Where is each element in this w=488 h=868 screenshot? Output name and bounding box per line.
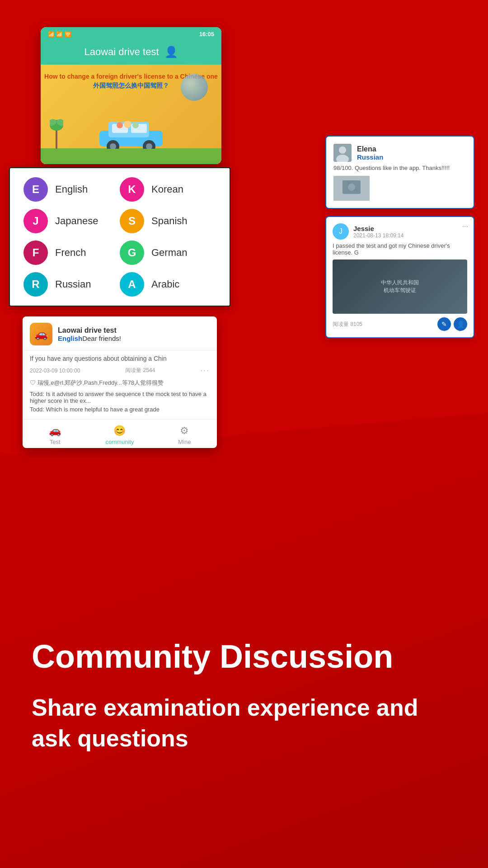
jessie-photo: 中华人民共和国机动车驾驶证 bbox=[333, 259, 467, 314]
jessie-name: Jessie bbox=[353, 225, 404, 232]
bottom-text-section: Community Discussion Share examination e… bbox=[18, 639, 470, 754]
label-english: English bbox=[55, 184, 88, 195]
community-subtitle: Share examination experience and ask que… bbox=[32, 693, 456, 754]
badge-korean: K bbox=[120, 177, 144, 202]
community-card: 🚗 Laowai drive test EnglishDear friends!… bbox=[23, 316, 217, 448]
community-card-header: 🚗 Laowai drive test EnglishDear friends! bbox=[23, 316, 217, 350]
label-korean: Korean bbox=[151, 184, 183, 195]
status-left: 📶 📶 🛜 bbox=[48, 31, 71, 38]
community-subtitle-dear: Dear friends! bbox=[82, 335, 121, 342]
profile-icon[interactable]: 👤 bbox=[164, 46, 178, 58]
lang-left-col: E English J Japanese F French R Russian bbox=[23, 177, 120, 297]
lang-german[interactable]: G German bbox=[120, 241, 216, 265]
community-body-text: If you have any questions about obtainin… bbox=[30, 355, 210, 362]
lang-spanish[interactable]: S Spanish bbox=[120, 209, 216, 233]
status-time: 16:05 bbox=[199, 31, 214, 38]
community-subtitle-english: English bbox=[58, 335, 82, 342]
label-french: French bbox=[55, 247, 86, 259]
person-icon[interactable]: 👤 bbox=[454, 317, 467, 331]
lang-korean[interactable]: K Korean bbox=[120, 177, 216, 202]
label-arabic: Arabic bbox=[151, 278, 179, 290]
badge-spanish: S bbox=[120, 209, 144, 233]
app-icon: 🚗 bbox=[30, 323, 52, 345]
jessie-date: 2021-08-13 18:09:14 bbox=[353, 232, 404, 239]
lang-english[interactable]: E English bbox=[23, 177, 120, 202]
community-app-subtitle: EnglishDear friends! bbox=[58, 335, 121, 342]
edit-icon[interactable]: ✎ bbox=[437, 317, 451, 331]
lang-french[interactable]: F French bbox=[23, 241, 120, 265]
community-meta: 2022-03-09 10:00:00 阅读量 2544 ··· bbox=[30, 366, 210, 375]
svg-point-13 bbox=[124, 121, 131, 128]
label-russian: Russian bbox=[55, 278, 91, 290]
elena-header: Elena Russian bbox=[333, 144, 466, 162]
svg-point-16 bbox=[339, 146, 346, 154]
lang-japanese[interactable]: J Japanese bbox=[23, 209, 120, 233]
status-bar: 📶 📶 🛜 16:05 bbox=[41, 27, 221, 41]
community-body: If you have any questions about obtainin… bbox=[23, 350, 217, 419]
badge-russian: R bbox=[23, 272, 48, 297]
elena-name: Elena bbox=[357, 145, 383, 153]
community-app-name: Laowai drive test bbox=[58, 326, 121, 335]
label-spanish: Spanish bbox=[151, 215, 188, 227]
palm-tree bbox=[50, 113, 63, 151]
jessie-book-text: 中华人民共和国机动车驾驶证 bbox=[381, 279, 419, 294]
app-info: Laowai drive test EnglishDear friends! bbox=[58, 326, 121, 342]
jessie-header: J Jessie 2021-08-13 18:09:14 bbox=[333, 223, 467, 240]
right-review-cards: Elena Russian 98/100. Questions like in … bbox=[325, 136, 474, 338]
jessie-views: 阅读量 8105 bbox=[333, 321, 362, 328]
mine-nav-icon: ⚙ bbox=[180, 425, 189, 437]
badge-japanese: J bbox=[23, 209, 48, 233]
jessie-text: I passed the test and got my Chinese dri… bbox=[333, 242, 467, 256]
heart-icon: ♡ bbox=[30, 379, 36, 386]
more-options-icon[interactable]: ··· bbox=[462, 222, 468, 231]
banner: How to change a foreign driver's license… bbox=[41, 65, 221, 164]
car-illustration bbox=[95, 113, 167, 151]
jessie-review-card: ··· J Jessie 2021-08-13 18:09:14 I passe… bbox=[325, 216, 474, 338]
lang-arabic[interactable]: A Arabic bbox=[120, 272, 216, 297]
nav-mine-label: Mine bbox=[178, 439, 191, 445]
jessie-avatar: J bbox=[333, 223, 349, 240]
elena-info: Elena Russian bbox=[357, 145, 383, 161]
community-comment1: Todd: Is it advised to answer the sequen… bbox=[30, 391, 210, 404]
community-likes: ♡ 瑞慢,e@rl,郑萨沙,Pash,Freddy...等78人觉得很赞 bbox=[30, 379, 210, 387]
badge-arabic: A bbox=[120, 272, 144, 297]
car-nav-icon: 🚗 bbox=[49, 425, 61, 437]
app-title: Laowai drive test bbox=[84, 46, 159, 58]
language-grid-card: E English J Japanese F French R Russian bbox=[9, 167, 230, 307]
badge-french: F bbox=[23, 241, 48, 265]
elena-avatar bbox=[333, 144, 352, 162]
badge-english: E bbox=[23, 177, 48, 202]
jessie-footer: 阅读量 8105 ✎ 👤 bbox=[333, 317, 467, 331]
lang-right-col: K Korean S Spanish G German A Arabic bbox=[120, 177, 216, 297]
label-german: German bbox=[151, 247, 187, 259]
community-date: 2022-03-09 10:00:00 bbox=[30, 368, 80, 374]
elena-photo bbox=[333, 176, 370, 201]
elena-review-card: Elena Russian 98/100. Questions like in … bbox=[325, 136, 474, 209]
likes-text: 瑞慢,e@rl,郑萨沙,Pash,Freddy...等78人觉得很赞 bbox=[38, 379, 164, 386]
grass bbox=[41, 148, 221, 164]
phone-screenshot-top: 📶 📶 🛜 16:05 Laowai drive test 👤 How to c… bbox=[41, 27, 221, 164]
nav-test[interactable]: 🚗 Test bbox=[23, 425, 87, 445]
community-nav-icon: 😊 bbox=[113, 425, 126, 437]
community-views: 阅读量 2544 bbox=[125, 367, 155, 374]
label-japanese: Japanese bbox=[55, 215, 98, 227]
nav-test-label: Test bbox=[50, 439, 61, 445]
community-bottom-nav: 🚗 Test 😊 community ⚙ Mine bbox=[23, 419, 217, 448]
community-title: Community Discussion bbox=[32, 639, 456, 675]
community-comment2: Todd: Which is more helpful to have a gr… bbox=[30, 406, 210, 413]
language-grid: E English J Japanese F French R Russian bbox=[23, 177, 216, 297]
nav-community[interactable]: 😊 community bbox=[87, 425, 152, 445]
more-icon[interactable]: ··· bbox=[200, 366, 210, 375]
car-scene bbox=[41, 105, 221, 164]
elena-text: 98/100. Questions like in the app. Thank… bbox=[333, 165, 466, 171]
svg-point-20 bbox=[348, 184, 355, 191]
badge-german: G bbox=[120, 241, 144, 265]
lang-russian[interactable]: R Russian bbox=[23, 272, 120, 297]
svg-point-12 bbox=[117, 122, 123, 128]
svg-point-14 bbox=[132, 122, 139, 128]
nav-mine[interactable]: ⚙ Mine bbox=[152, 425, 217, 445]
app-header: Laowai drive test 👤 bbox=[41, 41, 221, 65]
jessie-info: Jessie 2021-08-13 18:09:14 bbox=[353, 225, 404, 239]
elena-language: Russian bbox=[357, 153, 383, 161]
globe-decoration bbox=[181, 74, 208, 101]
